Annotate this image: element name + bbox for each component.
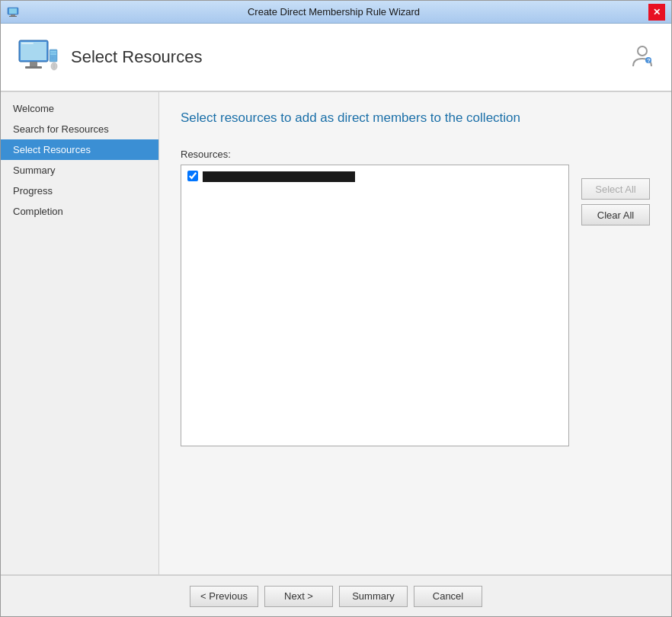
header-title: Select Resources xyxy=(71,47,202,67)
svg-text:?: ? xyxy=(647,57,651,64)
redacted-text xyxy=(203,171,355,182)
clear-all-button[interactable]: Clear All xyxy=(581,204,650,225)
resource-item-label xyxy=(203,170,355,182)
list-item[interactable] xyxy=(181,168,568,184)
content-area: Welcome Search for Resources Select Reso… xyxy=(1,92,671,574)
svg-rect-7 xyxy=(30,62,37,66)
svg-point-12 xyxy=(52,57,54,59)
svg-rect-1 xyxy=(9,8,17,14)
svg-rect-5 xyxy=(21,42,46,60)
wizard-window: Create Direct Membership Rule Wizard ✕ xyxy=(0,0,672,617)
next-button[interactable]: Next > xyxy=(264,586,333,607)
summary-button[interactable]: Summary xyxy=(339,586,408,607)
resources-label: Resources: xyxy=(181,149,650,160)
cancel-button[interactable]: Cancel xyxy=(414,586,482,607)
sidebar: Welcome Search for Resources Select Reso… xyxy=(1,92,159,574)
window-controls: ✕ xyxy=(648,4,665,21)
previous-button[interactable]: < Previous xyxy=(190,586,258,607)
svg-rect-6 xyxy=(21,43,34,44)
main-heading: Select resources to add as direct member… xyxy=(181,110,650,126)
header-left: Select Resources xyxy=(16,36,202,78)
resource-action-buttons: Select All Clear All xyxy=(581,178,650,225)
main-content: Select resources to add as direct member… xyxy=(159,92,671,574)
footer-bar: < Previous Next > Summary Cancel xyxy=(1,574,671,616)
sidebar-item-welcome[interactable]: Welcome xyxy=(1,98,158,119)
header-right-icon: ? xyxy=(629,43,656,71)
resources-section: Select All Clear All xyxy=(181,165,650,446)
sidebar-item-completion[interactable]: Completion xyxy=(1,201,158,222)
svg-point-15 xyxy=(638,46,647,56)
resource-checkbox[interactable] xyxy=(187,171,198,181)
close-button[interactable]: ✕ xyxy=(648,4,665,21)
svg-rect-3 xyxy=(9,16,17,17)
svg-rect-11 xyxy=(50,53,56,55)
title-bar: Create Direct Membership Rule Wizard ✕ xyxy=(1,1,671,24)
header-computer-icon xyxy=(16,36,59,78)
svg-rect-8 xyxy=(25,66,42,69)
select-all-button[interactable]: Select All xyxy=(581,178,650,200)
window-title: Create Direct Membership Rule Wizard xyxy=(19,6,648,18)
sidebar-item-search-for-resources[interactable]: Search for Resources xyxy=(1,119,158,139)
header-bar: Select Resources ? xyxy=(1,24,671,92)
sidebar-item-progress[interactable]: Progress xyxy=(1,181,158,201)
title-bar-app-icon xyxy=(7,6,19,18)
svg-rect-2 xyxy=(11,14,15,16)
resources-listbox[interactable] xyxy=(181,165,569,446)
resources-list-container xyxy=(181,165,569,446)
svg-rect-10 xyxy=(50,51,56,53)
sidebar-item-select-resources[interactable]: Select Resources xyxy=(1,139,158,160)
sidebar-item-summary[interactable]: Summary xyxy=(1,160,158,181)
